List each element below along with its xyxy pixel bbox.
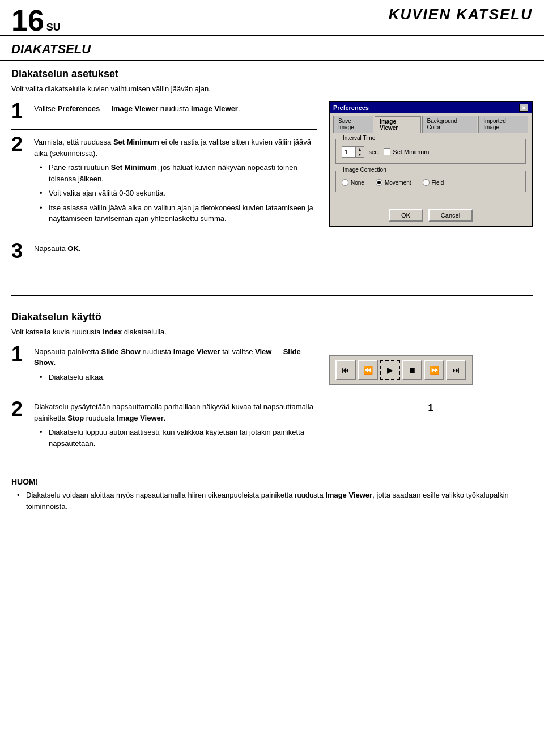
radio-movement-label: Movement (385, 180, 411, 186)
page-number-area: 16 SU (11, 6, 61, 35)
radio-field[interactable]: Field (423, 179, 444, 186)
bullet-1: Pane rasti ruutuun Set Minimum, jos halu… (40, 162, 317, 184)
step-divider-2 (11, 236, 317, 236)
page-su: SU (46, 22, 61, 33)
step-content-2: Varmista, että ruudussa Set Minimum ei o… (34, 134, 317, 228)
sec-label: sec. (369, 149, 379, 155)
close-icon[interactable]: ✕ (519, 104, 528, 112)
stop-button[interactable]: ⏹ (402, 360, 422, 380)
step2-bullet-2: Diakatselu loppuu automaattisesti, kun v… (40, 427, 317, 449)
huom-list: Diakatselu voidaan aloittaa myös napsaut… (17, 490, 533, 512)
step2-2-bullets: Diakatselu loppuu automaattisesti, kun v… (40, 427, 317, 449)
step2-number-1: 1 (11, 344, 27, 364)
set-minimum-checkbox[interactable] (384, 148, 390, 155)
interval-row: 1 ▲ ▼ sec. Set Minimum (342, 146, 520, 158)
step2-content-2: Diakatselu pysäytetään napsauttamalla pa… (34, 399, 317, 452)
step2-1: 1 Napsauta painiketta Slide Show ruudust… (11, 344, 317, 387)
dialog-titlebar: Preferences ✕ (330, 102, 532, 113)
win-dialog-box: Preferences ✕ Save Image Image Viewer Ba… (329, 101, 533, 227)
dialog-tabs[interactable]: Save Image Image Viewer Background Color… (330, 113, 532, 133)
huom-section: HUOM! Diakatselu voidaan aloittaa myös n… (0, 477, 544, 521)
slideshow-controls-col: ⏮ ⏪ ▶ ⏹ ⏩ ⏭ 1 (329, 344, 533, 461)
section-divider-main (11, 295, 533, 296)
step-number-3: 3 (11, 241, 27, 261)
step-3: 3 Napsauta OK. (11, 241, 317, 261)
step2-1-bullets: Diakatselu alkaa. (40, 372, 317, 383)
pointer-label: 1 (428, 403, 434, 413)
spin-down-button[interactable]: ▼ (356, 152, 364, 157)
radio-field-label: Field (432, 180, 444, 186)
preferences-dialog: Preferences ✕ Save Image Image Viewer Ba… (329, 101, 533, 269)
radio-movement[interactable]: Movement (376, 179, 411, 186)
bullet-2: Voit valita ajan väliltä 0-30 sekuntia. (40, 188, 317, 199)
radio-none[interactable]: None (342, 179, 364, 186)
tab-image-viewer[interactable]: Image Viewer (375, 116, 420, 133)
step-2: 2 Varmista, että ruudussa Set Minimum ei… (11, 134, 317, 228)
image-correction-label: Image Correction (341, 167, 389, 173)
spin-up-button[interactable]: ▲ (356, 147, 364, 152)
step2-2: 2 Diakatselu pysäytetään napsauttamalla … (11, 399, 317, 452)
skip-to-end-button[interactable]: ⏭ (446, 360, 466, 380)
header-title: KUVIEN KATSELU (389, 6, 533, 23)
spin-arrows[interactable]: ▲ ▼ (355, 147, 364, 157)
tab-background-color[interactable]: Background Color (422, 116, 478, 133)
play-button[interactable]: ▶ (380, 360, 400, 380)
huom-item: Diakatselu voidaan aloittaa myös napsaut… (17, 490, 533, 512)
step-divider-1 (11, 129, 317, 130)
spin-box[interactable]: 1 ▲ ▼ (342, 146, 364, 158)
step2-bullets: Pane rasti ruutuun Set Minimum, jos halu… (40, 162, 317, 224)
interval-time-group: Interval Time 1 ▲ ▼ sec. (335, 139, 526, 164)
section2-two-col: 1 Napsauta painiketta Slide Show ruudust… (11, 344, 533, 461)
bullet-3: Itse asiassa väliin jäävä aika on valitu… (40, 202, 317, 224)
dialog-buttons: OK Cancel (330, 205, 532, 226)
set-minimum-checkbox-row[interactable]: Set Minimum (384, 148, 429, 155)
radio-field-button[interactable] (423, 179, 430, 186)
huom-title: HUOM! (11, 477, 533, 486)
spin-value: 1 (342, 148, 355, 156)
section1-two-col: 1 Valitse Preferences — Image Viewer ruu… (11, 101, 533, 269)
image-correction-group: Image Correction None Movement (335, 171, 526, 192)
dialog-title: Preferences (333, 104, 369, 111)
main-content: Diakatselun asetukset Voit valita diakat… (0, 62, 544, 286)
skip-to-start-button[interactable]: ⏮ (335, 360, 356, 380)
steps-col-2: 1 Napsauta painiketta Slide Show ruudust… (11, 344, 317, 461)
section2-intro: Voit katsella kuvia ruudusta Index diaka… (11, 328, 533, 336)
step-number-2: 2 (11, 134, 27, 155)
step-number-1: 1 (11, 101, 27, 121)
step2-divider-1 (11, 394, 317, 394)
step2-number-2: 2 (11, 399, 27, 419)
next-button[interactable]: ⏩ (424, 360, 444, 380)
pointer-line (431, 386, 431, 403)
radio-none-label: None (351, 180, 364, 186)
section2-title: Diakatselun käyttö (11, 311, 533, 323)
radio-movement-button[interactable] (376, 179, 382, 186)
radio-none-button[interactable] (342, 179, 348, 186)
step2-bullet-1: Diakatselu alkaa. (40, 372, 317, 383)
cancel-button[interactable]: Cancel (428, 209, 473, 222)
steps-col-1: 1 Valitse Preferences — Image Viewer ruu… (11, 101, 317, 269)
radio-row: None Movement Field (342, 179, 520, 186)
step2-content-1: Napsauta painiketta Slide Show ruudusta … (34, 344, 317, 387)
ok-button[interactable]: OK (389, 209, 423, 222)
tab-save-image[interactable]: Save Image (333, 116, 373, 133)
interval-time-label: Interval Time (341, 135, 377, 141)
section-label: DIAKATSELU (0, 39, 544, 61)
step-1: 1 Valitse Preferences — Image Viewer ruu… (11, 101, 317, 121)
slideshow-controls: ⏮ ⏪ ▶ ⏹ ⏩ ⏭ (329, 355, 473, 385)
section2-content: Diakatselun käyttö Voit katsella kuvia r… (0, 305, 544, 478)
prev-button[interactable]: ⏪ (358, 360, 378, 380)
step-content-1: Valitse Preferences — Image Viewer ruudu… (34, 101, 317, 114)
section1-intro: Voit valita diakatselulle kuvien vaihtum… (11, 84, 533, 93)
dialog-body: Interval Time 1 ▲ ▼ sec. (330, 133, 532, 205)
section1-title: Diakatselun asetukset (11, 68, 533, 80)
set-minimum-label: Set Minimum (393, 148, 429, 155)
page-number: 16 (11, 6, 44, 35)
page-header: 16 SU KUVIEN KATSELU (0, 0, 544, 36)
tab-imported-image[interactable]: Imported Image (478, 116, 528, 133)
step-content-3: Napsauta OK. (34, 241, 317, 254)
pointer-area: 1 (329, 385, 533, 413)
